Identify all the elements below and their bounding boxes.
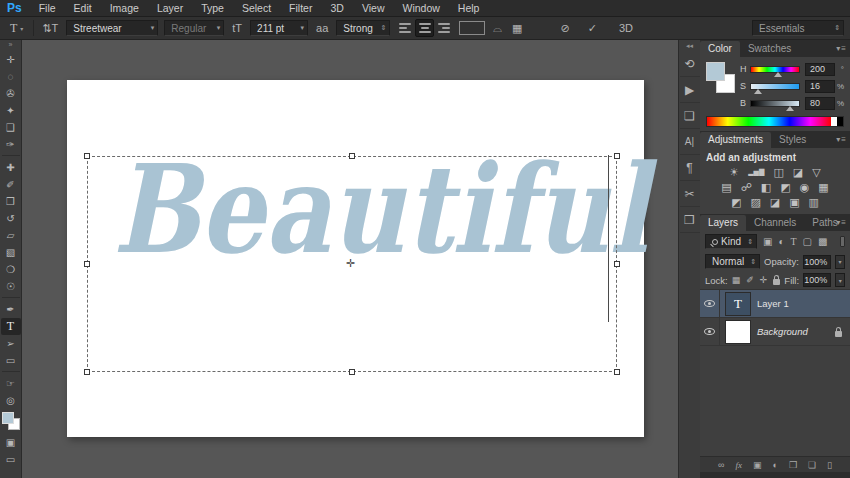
pen-tool[interactable]: ✒ (1, 301, 21, 318)
opacity-value-input[interactable]: 100% (803, 255, 831, 269)
actions-panel-icon[interactable]: ▶ (680, 77, 700, 103)
filter-shape-layers-icon[interactable]: ▢ (803, 236, 812, 247)
brightness-contrast-icon[interactable]: ☀ (729, 166, 739, 178)
align-left-button[interactable] (396, 19, 415, 37)
layer-row-background[interactable]: Background (700, 318, 850, 346)
blur-tool[interactable]: ❍ (1, 261, 21, 278)
shape-tool[interactable]: ▭ (1, 352, 21, 369)
menu-3d[interactable]: 3D (321, 2, 352, 14)
brightness-slider-thumb[interactable] (786, 106, 794, 111)
lock-transparent-icon[interactable]: ▦ (732, 275, 741, 285)
black-white-icon[interactable]: ◧ (761, 181, 771, 193)
magic-wand-tool[interactable]: ✦ (1, 102, 21, 119)
brightness-value-input[interactable]: 80 (805, 97, 835, 110)
color-lookup-icon[interactable]: ▦ (818, 181, 828, 193)
hue-saturation-icon[interactable]: ▤ (721, 181, 731, 193)
posterize-icon[interactable]: ▨ (750, 196, 760, 208)
eyedropper-tool[interactable]: ✑ (1, 136, 21, 153)
foreground-color-swatch[interactable] (2, 412, 14, 424)
photo-filter-icon[interactable]: ◩ (780, 181, 790, 193)
menu-filter[interactable]: Filter (280, 2, 321, 14)
healing-brush-tool[interactable]: ✚ (1, 159, 21, 176)
filter-smart-objects-icon[interactable]: ▩ (818, 236, 827, 247)
anti-alias-select[interactable]: Strong ⇕ (336, 20, 390, 36)
new-group-icon[interactable]: ❒ (789, 460, 797, 470)
brightness-slider[interactable] (750, 100, 800, 107)
menu-layer[interactable]: Layer (148, 2, 192, 14)
transform-handle-middle-right[interactable] (614, 261, 620, 267)
layer-style-icon[interactable]: fx (735, 460, 742, 470)
tool-presets-panel-icon[interactable]: ❏ (680, 103, 700, 129)
cancel-edit-icon[interactable]: ⊘ (558, 22, 571, 35)
lasso-tool[interactable]: ✇ (1, 85, 21, 102)
menu-type[interactable]: Type (192, 2, 233, 14)
foreground-color-swatch[interactable] (706, 62, 725, 81)
workspace-select[interactable]: Essentials ⇕ (752, 20, 844, 36)
visibility-eye-icon[interactable] (704, 300, 715, 307)
tool-preset-picker[interactable]: T ▾ (6, 20, 27, 37)
tab-color[interactable]: Color (700, 41, 740, 57)
text-orientation-toggle-icon[interactable]: ⇅T (40, 22, 60, 35)
layer-name[interactable]: Background (757, 326, 808, 337)
dodge-tool[interactable]: ☉ (1, 278, 21, 295)
commit-edit-icon[interactable]: ✓ (586, 22, 599, 35)
saturation-slider-thumb[interactable] (754, 89, 762, 94)
character-panel-icon[interactable]: A| (680, 129, 700, 155)
fill-value-input[interactable]: 100% (803, 273, 831, 287)
menu-image[interactable]: Image (101, 2, 148, 14)
font-family-select[interactable]: Streetwear ▾ (66, 20, 158, 36)
hand-tool[interactable]: ☞ (1, 375, 21, 392)
levels-icon[interactable]: ▂▅▇ (748, 166, 764, 178)
delete-layer-icon[interactable]: ▯ (827, 460, 832, 470)
font-style-select[interactable]: Regular ▾ (164, 20, 224, 36)
lock-position-icon[interactable]: ✛ (760, 275, 768, 285)
path-select-tool[interactable]: ➢ (1, 335, 21, 352)
move-tool[interactable]: ✛ (1, 51, 21, 68)
align-right-button[interactable] (434, 19, 453, 37)
layer-name[interactable]: Layer 1 (757, 298, 789, 309)
lock-pixels-icon[interactable]: ✐ (746, 275, 754, 285)
transform-handle-top-left[interactable] (84, 153, 90, 159)
adjustment-layer-icon[interactable]: ◐ (772, 460, 777, 470)
filter-pixel-layers-icon[interactable]: ▣ (763, 236, 772, 247)
menu-view[interactable]: View (353, 2, 394, 14)
link-layers-icon[interactable]: ∞ (718, 460, 724, 470)
hue-value-input[interactable]: 200 (805, 63, 835, 76)
align-center-button[interactable] (415, 19, 434, 37)
character-paragraph-panel-toggle-icon[interactable]: ▦ (510, 22, 524, 35)
visibility-eye-icon[interactable] (704, 328, 715, 335)
quick-mask-button[interactable]: ▣ (1, 434, 21, 451)
tools-panel-icon[interactable]: ✂ (680, 181, 700, 207)
transform-handle-bottom-center[interactable] (349, 369, 355, 375)
eraser-tool[interactable]: ▱ (1, 227, 21, 244)
hue-slider[interactable] (750, 66, 800, 73)
menu-select[interactable]: Select (233, 2, 280, 14)
clone-stamp-tool[interactable]: ❒ (1, 193, 21, 210)
filter-type-layers-icon[interactable]: T (791, 236, 797, 247)
type-tool[interactable]: T (1, 318, 21, 335)
screen-mode-button[interactable]: ▭ (1, 451, 21, 468)
menu-window[interactable]: Window (393, 2, 448, 14)
color-spectrum-ramp[interactable] (706, 116, 844, 127)
tab-swatches[interactable]: Swatches (740, 41, 799, 57)
transform-handle-top-right[interactable] (614, 153, 620, 159)
filter-toggle-switch[interactable] (840, 236, 845, 247)
transform-bounding-box[interactable]: ✛ (87, 156, 617, 372)
3d-button[interactable]: 3D (617, 22, 635, 34)
channel-mixer-icon[interactable]: ◉ (800, 181, 810, 193)
tab-layers[interactable]: Layers (700, 215, 746, 231)
font-size-select[interactable]: 211 pt ▾ (250, 20, 308, 36)
selective-color-icon[interactable]: ▣ (789, 196, 799, 208)
tab-adjustments[interactable]: Adjustments (700, 132, 771, 148)
hue-slider-thumb[interactable] (774, 72, 782, 77)
exposure-icon[interactable]: ◪ (793, 166, 803, 178)
saturation-value-input[interactable]: 16 (805, 80, 835, 93)
transform-handle-bottom-left[interactable] (84, 369, 90, 375)
threshold-icon[interactable]: ◪ (770, 196, 780, 208)
text-color-swatch[interactable] (459, 21, 485, 35)
curves-icon[interactable]: ◫ (773, 166, 783, 178)
collapse-dock-icon[interactable]: ◂◂ (686, 40, 693, 51)
new-layer-icon[interactable]: ❏ (808, 460, 816, 470)
background-layer-thumbnail[interactable] (726, 321, 750, 343)
panel-menu-icon[interactable]: ▾≡ (836, 135, 847, 144)
